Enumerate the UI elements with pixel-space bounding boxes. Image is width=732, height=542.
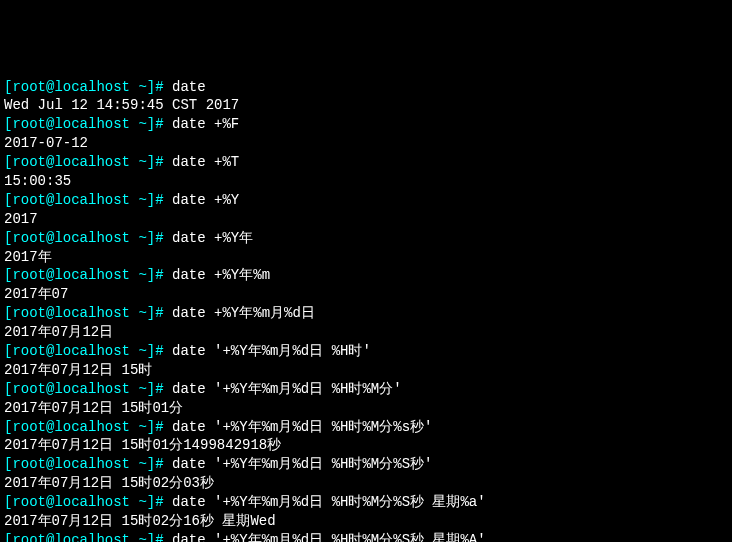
shell-command: date +%F xyxy=(172,116,239,132)
command-output-text: 2017年07月12日 15时 xyxy=(4,362,152,378)
shell-prompt: [root@localhost ~]# xyxy=(4,343,172,359)
command-output-text: 2017 xyxy=(4,211,38,227)
terminal-output-line: Wed Jul 12 14:59:45 CST 2017 xyxy=(4,96,728,115)
shell-prompt: [root@localhost ~]# xyxy=(4,494,172,510)
terminal-output-line: 2017年07月12日 15时01分1499842918秒 xyxy=(4,436,728,455)
shell-command: date '+%Y年%m月%d日 %H时%M分%S秒' xyxy=(172,456,432,472)
shell-command: date '+%Y年%m月%d日 %H时%M分' xyxy=(172,381,402,397)
shell-prompt: [root@localhost ~]# xyxy=(4,267,172,283)
terminal-output-line: 2017年07月12日 15时02分16秒 星期Wed xyxy=(4,512,728,531)
terminal-prompt-line: [root@localhost ~]# date '+%Y年%m月%d日 %H时… xyxy=(4,493,728,512)
terminal-output-line: 2017年 xyxy=(4,248,728,267)
shell-prompt: [root@localhost ~]# xyxy=(4,154,172,170)
shell-prompt: [root@localhost ~]# xyxy=(4,381,172,397)
shell-command: date +%Y年%m月%d日 xyxy=(172,305,315,321)
terminal-prompt-line: [root@localhost ~]# date '+%Y年%m月%d日 %H时… xyxy=(4,531,728,542)
terminal-prompt-line: [root@localhost ~]# date +%T xyxy=(4,153,728,172)
terminal-output-line: 15:00:35 xyxy=(4,172,728,191)
terminal-prompt-line: [root@localhost ~]# date '+%Y年%m月%d日 %H时… xyxy=(4,418,728,437)
command-output-text: 2017年07 xyxy=(4,286,68,302)
terminal-output-line: 2017-07-12 xyxy=(4,134,728,153)
terminal-prompt-line: [root@localhost ~]# date xyxy=(4,78,728,97)
shell-command: date xyxy=(172,79,206,95)
command-output-text: 15:00:35 xyxy=(4,173,71,189)
shell-command: date '+%Y年%m月%d日 %H时%M分%S秒 星期%a' xyxy=(172,494,486,510)
terminal-prompt-line: [root@localhost ~]# date '+%Y年%m月%d日 %H时… xyxy=(4,342,728,361)
shell-command: date +%T xyxy=(172,154,239,170)
shell-prompt: [root@localhost ~]# xyxy=(4,419,172,435)
terminal-prompt-line: [root@localhost ~]# date '+%Y年%m月%d日 %H时… xyxy=(4,380,728,399)
terminal-output[interactable]: [root@localhost ~]# dateWed Jul 12 14:59… xyxy=(4,78,728,542)
shell-command: date '+%Y年%m月%d日 %H时%M分%s秒' xyxy=(172,419,432,435)
terminal-prompt-line: [root@localhost ~]# date +%Y年%m xyxy=(4,266,728,285)
shell-command: date +%Y年 xyxy=(172,230,253,246)
shell-command: date +%Y年%m xyxy=(172,267,270,283)
terminal-prompt-line: [root@localhost ~]# date +%F xyxy=(4,115,728,134)
terminal-prompt-line: [root@localhost ~]# date +%Y年 xyxy=(4,229,728,248)
shell-prompt: [root@localhost ~]# xyxy=(4,456,172,472)
shell-command: date '+%Y年%m月%d日 %H时' xyxy=(172,343,371,359)
shell-prompt: [root@localhost ~]# xyxy=(4,532,172,542)
command-output-text: 2017年07月12日 15时01分1499842918秒 xyxy=(4,437,281,453)
shell-prompt: [root@localhost ~]# xyxy=(4,79,172,95)
terminal-prompt-line: [root@localhost ~]# date '+%Y年%m月%d日 %H时… xyxy=(4,455,728,474)
terminal-output-line: 2017年07 xyxy=(4,285,728,304)
terminal-output-line: 2017年07月12日 15时 xyxy=(4,361,728,380)
shell-prompt: [root@localhost ~]# xyxy=(4,305,172,321)
command-output-text: 2017年07月12日 xyxy=(4,324,113,340)
terminal-output-line: 2017年07月12日 xyxy=(4,323,728,342)
command-output-text: 2017年07月12日 15时02分16秒 星期Wed xyxy=(4,513,276,529)
command-output-text: 2017年07月12日 15时01分 xyxy=(4,400,183,416)
terminal-output-line: 2017 xyxy=(4,210,728,229)
command-output-text: Wed Jul 12 14:59:45 CST 2017 xyxy=(4,97,239,113)
terminal-prompt-line: [root@localhost ~]# date +%Y年%m月%d日 xyxy=(4,304,728,323)
shell-prompt: [root@localhost ~]# xyxy=(4,192,172,208)
terminal-output-line: 2017年07月12日 15时01分 xyxy=(4,399,728,418)
command-output-text: 2017年07月12日 15时02分03秒 xyxy=(4,475,214,491)
shell-command: date +%Y xyxy=(172,192,239,208)
shell-prompt: [root@localhost ~]# xyxy=(4,116,172,132)
terminal-prompt-line: [root@localhost ~]# date +%Y xyxy=(4,191,728,210)
command-output-text: 2017-07-12 xyxy=(4,135,88,151)
terminal-output-line: 2017年07月12日 15时02分03秒 xyxy=(4,474,728,493)
shell-prompt: [root@localhost ~]# xyxy=(4,230,172,246)
command-output-text: 2017年 xyxy=(4,249,52,265)
shell-command: date '+%Y年%m月%d日 %H时%M分%S秒 星期%A' xyxy=(172,532,486,542)
